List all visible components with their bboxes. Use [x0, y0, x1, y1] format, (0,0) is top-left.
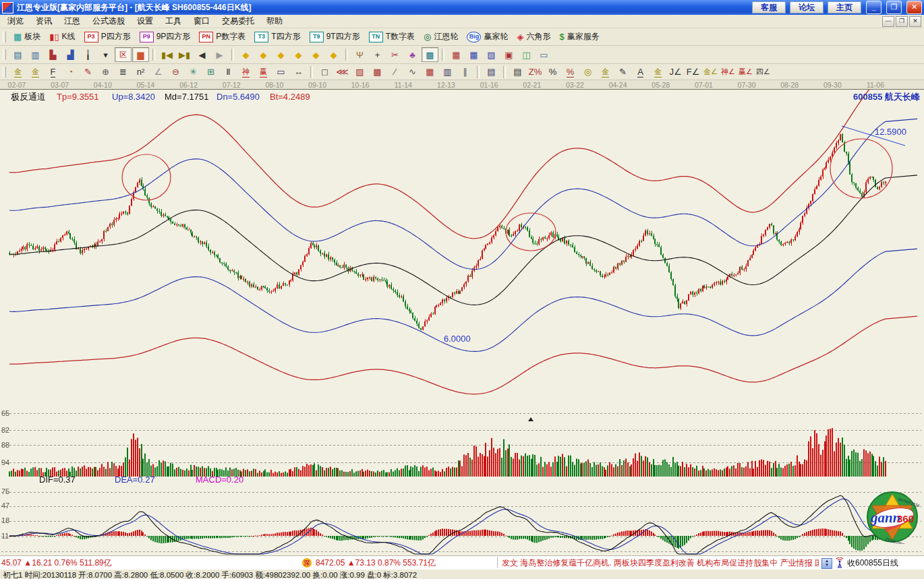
spiral-icon[interactable]: ◔ [62, 65, 79, 80]
gold-under-icon[interactable]: 金 [597, 65, 614, 80]
news-ticker[interactable]: 发文 海岛整治修复蕴千亿商机. 两板块四季度盈利改善 机构布局促进持股集中 产业… [502, 557, 819, 569]
time-lines-icon[interactable]: ≣ [115, 65, 132, 80]
last-bar-icon[interactable]: ▶▮ [176, 47, 193, 62]
report-icon[interactable]: ▤ [9, 47, 26, 62]
angle-line-icon[interactable]: ∕ [386, 65, 403, 80]
gold-ring-icon[interactable]: ◎ [579, 65, 596, 80]
color-volume-icon[interactable]: ▆ [132, 47, 149, 62]
tool-gann-wheel[interactable]: ◎江恩轮 [420, 30, 462, 44]
gold-angle-icon[interactable]: 金∠ [702, 65, 719, 80]
fan-lines-icon[interactable]: ⋘ [334, 65, 351, 80]
save-icon[interactable]: ▣ [500, 47, 517, 62]
close-button[interactable]: ✕ [906, 1, 922, 14]
zone-tool-icon[interactable]: ▩ [422, 47, 438, 62]
f-angle-icon[interactable]: F∠ [685, 65, 701, 80]
tool-winner-service[interactable]: $赢家服务 [555, 30, 603, 44]
home-button[interactable]: 主页 [828, 1, 861, 13]
zoom-out-v-icon[interactable]: ◆ [308, 47, 324, 62]
crosshair-tool-icon[interactable]: + [369, 47, 386, 62]
zoom-in-h-icon[interactable]: ◆ [290, 47, 307, 62]
tool-blocks[interactable]: ▦板块 [9, 30, 45, 44]
bar-count-icon[interactable]: Ⅱ [220, 65, 237, 80]
ticker-scroll-spinner[interactable]: ▲▼ [821, 558, 832, 569]
menu-item-1[interactable]: 资讯 [30, 14, 58, 28]
wave-tool-icon[interactable]: ∿ [404, 65, 421, 80]
restore-button[interactable]: ❐ [886, 1, 902, 14]
menu-item-8[interactable]: 帮助 [260, 14, 289, 28]
kx-area-icon[interactable]: 区 [115, 47, 132, 62]
prev-bar-icon[interactable]: ◀ [194, 47, 210, 62]
percent-line-icon[interactable]: % [562, 65, 579, 80]
tool-t-number-table[interactable]: TNT数字表 [365, 30, 419, 44]
shift-left-icon[interactable]: ◆ [237, 47, 254, 62]
gann-grid-icon[interactable]: ▩ [369, 65, 386, 80]
tool-kline[interactable]: ▮▯K线 [45, 30, 79, 44]
percent-icon[interactable]: % [544, 65, 561, 80]
menu-item-7[interactable]: 交易委托 [216, 14, 260, 28]
minimize-button[interactable]: _ [866, 1, 882, 14]
toolbar-grip[interactable] [3, 32, 6, 42]
pen-icon[interactable]: ✎ [80, 65, 96, 80]
j-angle-icon[interactable]: J∠ [667, 65, 684, 80]
tool-p-number-table[interactable]: PNP数字表 [195, 30, 250, 44]
shift-right-icon[interactable]: ◆ [255, 47, 272, 62]
gann-box-icon[interactable]: ▨ [351, 65, 368, 80]
mdi-minimize-button[interactable]: ― [882, 16, 894, 27]
mdi-restore-button[interactable]: ❐ [896, 16, 908, 27]
zoom-reset-icon[interactable]: ◆ [325, 47, 342, 62]
dropdown-arrow-icon[interactable]: ▾ [97, 47, 114, 62]
tool-winner-wheel[interactable]: Big赢家轮 [463, 30, 512, 44]
calendar-icon[interactable]: ▦ [448, 47, 465, 62]
ruler-123-icon[interactable]: ▭ [272, 65, 289, 80]
stats-table-icon[interactable]: ▤ [509, 65, 526, 80]
menu-item-2[interactable]: 江恩 [58, 14, 86, 28]
cycle-circle-icon[interactable]: ⊕ [97, 65, 114, 80]
notebook-icon[interactable]: ▨ [483, 47, 500, 62]
tool-t9-square[interactable]: T99T四方形 [306, 30, 364, 44]
red-grid-icon[interactable]: ▦ [422, 65, 438, 80]
computer-icon[interactable]: ▭ [536, 47, 552, 62]
menu-item-3[interactable]: 公式选股 [86, 14, 131, 28]
menu-item-0[interactable]: 浏览 [1, 14, 30, 28]
forum-button[interactable]: 论坛 [790, 1, 824, 13]
width-measure-icon[interactable]: ↔ [290, 65, 307, 80]
chart-small-3-icon[interactable]: ▙ [45, 47, 61, 62]
cut-tool-icon[interactable]: ✂ [386, 47, 403, 62]
tool-hexagon[interactable]: ◈六角形 [513, 30, 554, 44]
star-cycle-icon[interactable]: ✳ [185, 65, 202, 80]
gann-circle-icon[interactable]: ⊖ [167, 65, 184, 80]
menu-item-6[interactable]: 窗口 [187, 14, 216, 28]
fibonacci-icon[interactable]: F [45, 65, 61, 80]
ink-pen-icon[interactable]: ✎ [614, 65, 631, 80]
tool-p9-square[interactable]: P99P四方形 [136, 30, 195, 44]
n2-cycle-icon[interactable]: n² [132, 65, 149, 80]
gold-section-2-icon[interactable]: 金 [27, 65, 44, 80]
ying-tool-icon[interactable]: 赢 [255, 65, 272, 80]
next-bar-icon[interactable]: ▶ [211, 47, 228, 62]
kline-chart-canvas[interactable] [0, 90, 924, 555]
shen-tool-icon[interactable]: 神 [237, 65, 254, 80]
hand-tool-icon[interactable]: Ψ [351, 47, 368, 62]
grid-cycle-icon[interactable]: ⊞ [202, 65, 219, 80]
shen-angle-icon[interactable]: 神∠ [720, 65, 737, 80]
toolbar-grip[interactable] [3, 67, 6, 78]
parallel-lines-icon[interactable]: ∥ [457, 65, 473, 80]
mirror-angle-icon[interactable]: ∠ [150, 65, 167, 80]
si-angle-icon[interactable]: 四∠ [755, 65, 772, 80]
first-bar-icon[interactable]: ▮◀ [158, 47, 175, 62]
toolbar-grip[interactable] [3, 49, 6, 60]
zoom-out-h-icon[interactable]: ◆ [272, 47, 289, 62]
net-chart-icon[interactable]: ◫ [518, 47, 535, 62]
candle-period-icon[interactable]: ╽ [80, 47, 96, 62]
menu-item-5[interactable]: 工具 [159, 14, 187, 28]
gold-angle-base-icon[interactable]: 金 [649, 65, 666, 80]
pattern-tool-icon[interactable]: ♣ [404, 47, 421, 62]
ying-angle-icon[interactable]: 赢∠ [737, 65, 754, 80]
grid-box-icon[interactable]: ▥ [439, 65, 456, 80]
menu-item-4[interactable]: 设置 [131, 14, 159, 28]
gold-section-icon[interactable]: 金 [9, 65, 26, 80]
customer-service-button[interactable]: 客服 [752, 1, 786, 13]
calculator-icon[interactable]: ▦ [465, 47, 482, 62]
quote-icon[interactable]: ▥ [27, 47, 44, 62]
mdi-close-button[interactable]: ✕ [909, 16, 921, 27]
